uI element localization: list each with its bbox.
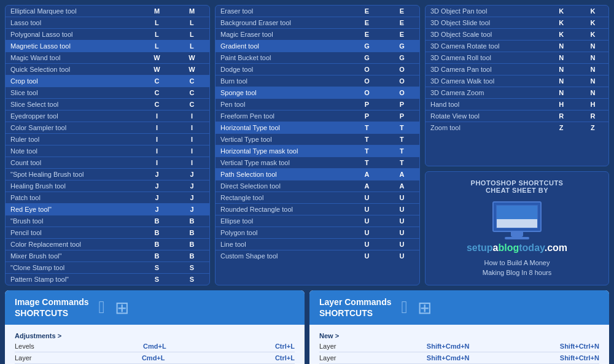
tool-win-key: N — [577, 64, 608, 76]
tool-row: Pen tool P P — [216, 99, 419, 110]
tool-name: Pencil tool — [6, 227, 139, 239]
tool-win-key: U — [384, 215, 419, 227]
tool-win-key: G — [384, 41, 419, 52]
ad-url-com: .com — [545, 242, 567, 253]
tool-row: Pencil tool B B — [6, 227, 209, 239]
tool-row: Burn tool O O — [216, 76, 419, 87]
tool-mac-key: W — [139, 64, 174, 76]
tool-name: "Spot Healing Brush tool — [6, 169, 139, 180]
tool-name: 3D Camera Walk tool — [426, 76, 546, 87]
image-row-layer-label: Layer — [15, 354, 32, 362]
tool-row: Gradient tool G G — [216, 41, 419, 52]
tool-win-key: B — [174, 250, 209, 262]
tool-name: Rounded Rectangle tool — [216, 204, 349, 215]
tool-win-key: A — [384, 180, 419, 192]
tool-win-key: L — [174, 29, 209, 41]
tool-mac-key: L — [139, 17, 174, 29]
tool-row: Path Selection tool A A — [216, 169, 419, 180]
tool-name: Polygon tool — [216, 227, 349, 239]
tool-row: Paint Bucket tool G G — [216, 52, 419, 64]
tool-name: Rotate View tool — [426, 110, 546, 122]
tool-row: Eyedropper tool I I — [6, 110, 209, 122]
tool-name: Hand tool — [426, 99, 546, 110]
tool-win-key: S — [174, 274, 209, 285]
tool-row: Rotate View tool R R — [426, 110, 608, 122]
tool-win-key: O — [384, 87, 419, 99]
tool-row: "Clone Stamp tool S S — [6, 262, 209, 274]
tool-mac-key: U — [349, 250, 384, 262]
monitor-screen-inner — [496, 205, 538, 228]
tool-win-key: T — [384, 134, 419, 145]
tool-name: Sponge tool — [216, 87, 349, 99]
tool-mac-key: T — [349, 134, 384, 145]
tool-name: Note tool — [6, 145, 139, 157]
tool-row: Eraser tool E E — [216, 6, 419, 17]
tool-mac-key: S — [139, 262, 174, 274]
tool-win-key: N — [577, 52, 608, 64]
tool-mac-key: I — [139, 122, 174, 134]
tool-mac-key: I — [139, 157, 174, 169]
layer-windows-icon: ⊞ — [418, 298, 432, 318]
layer-row-layer2-label: Layer — [319, 354, 336, 362]
windows-icon: ⊞ — [115, 298, 129, 318]
tool-name: Eraser tool — [216, 6, 349, 17]
bottom-row: Image CommandsSHORTCUTS  ⊞ Adjustments … — [5, 290, 609, 364]
tool-row: Color Replacement tool B B — [6, 239, 209, 250]
layer-commands-panel: Layer CommandsSHORTCUTS  ⊞ New > Layer … — [309, 290, 609, 364]
tool-row: Sponge tool O O — [216, 87, 419, 99]
layer-new-label: New > — [319, 330, 599, 341]
tool-name: Polygonal Lasso tool — [6, 29, 139, 41]
tool-name: Custom Shape tool — [216, 250, 349, 262]
tool-row: Hand tool H H — [426, 99, 608, 110]
tool-row: Slice tool C C — [6, 87, 209, 99]
tool-win-key: J — [174, 180, 209, 192]
tool-win-key: U — [384, 250, 419, 262]
tool-mac-key: N — [546, 87, 577, 99]
tool-mac-key: Z — [546, 122, 577, 134]
tool-row: Direct Selection tool A A — [216, 180, 419, 192]
tool-row: "Spot Healing Brush tool J J — [6, 169, 209, 180]
tool-table-col1: Elliptical Marquee tool M M Lasso tool L… — [6, 6, 209, 285]
tool-mac-key: O — [349, 87, 384, 99]
tool-mac-key: N — [546, 76, 577, 87]
tool-mac-key: U — [349, 239, 384, 250]
tool-mac-key: C — [139, 99, 174, 110]
tool-name: Magic Eraser tool — [216, 29, 349, 41]
image-row-layer-mac: Cmd+L — [142, 354, 165, 362]
image-row-layer-win: Ctrl+L — [275, 354, 295, 362]
tool-win-key: K — [577, 17, 608, 29]
tool-row: Line tool U U — [216, 239, 419, 250]
tool-name: Eyedropper tool — [6, 110, 139, 122]
tool-win-key: O — [384, 76, 419, 87]
tool-name: Slice tool — [6, 87, 139, 99]
image-row-levels-win: Ctrl+L — [275, 343, 295, 350]
layer-row-new: Layer Shift+Cmd+N Shift+Ctrl+N — [319, 341, 599, 352]
tool-mac-key: U — [349, 227, 384, 239]
tool-win-key: O — [384, 64, 419, 76]
tool-name: 3D Camera Rotate tool — [426, 41, 546, 52]
tool-name: Crop tool — [6, 76, 139, 87]
tool-name: Lasso tool — [6, 17, 139, 29]
tool-mac-key: K — [546, 29, 577, 41]
tool-row: Magnetic Lasso tool L L — [6, 41, 209, 52]
tool-name: 3D Camera Zoom — [426, 87, 546, 99]
ad-url: setupablogtoday.com — [467, 242, 567, 254]
tool-mac-key: E — [349, 29, 384, 41]
ad-url-blog: blog — [498, 242, 519, 253]
monitor-screen-white — [497, 219, 537, 228]
tool-row: Polygonal Lasso tool L L — [6, 29, 209, 41]
tool-name: 3D Camera Pan tool — [426, 64, 546, 76]
tool-name: Vertical Type tool — [216, 134, 349, 145]
tool-win-key: R — [577, 110, 608, 122]
tool-win-key: W — [174, 52, 209, 64]
tool-name: 3D Camera Roll tool — [426, 52, 546, 64]
apple-icon:  — [99, 298, 105, 317]
tool-name: Color Replacement tool — [6, 239, 139, 250]
tool-win-key: I — [174, 145, 209, 157]
tool-name: Pattern Stamp tool" — [6, 274, 139, 285]
monitor-screen-blue — [497, 206, 537, 219]
tool-mac-key: U — [349, 192, 384, 204]
tool-row: Pattern Stamp tool" S S — [6, 274, 209, 285]
image-adjustments-label: Adjustments > — [15, 330, 295, 341]
tool-win-key: C — [174, 99, 209, 110]
